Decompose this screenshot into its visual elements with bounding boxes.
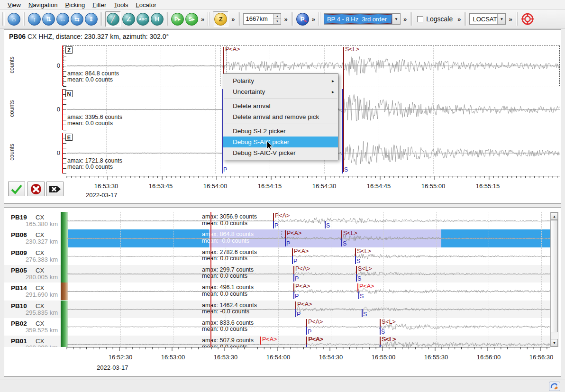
pick-marker-s[interactable] xyxy=(380,327,381,335)
toolbar-overflow-chevron[interactable]: » xyxy=(310,16,317,23)
pick-marker-s[interactable] xyxy=(325,221,326,229)
default-view-icon[interactable]: ⇕ xyxy=(85,13,98,26)
arrival-marker[interactable] xyxy=(355,248,356,256)
time-zoom-out-icon[interactable]: ↔ xyxy=(56,13,69,26)
pick-marker-p[interactable] xyxy=(273,221,274,229)
menu-item-delete-arrival-and-remove-pick[interactable]: Delete arrival and remove pick xyxy=(223,111,338,122)
pick-marker-p[interactable] xyxy=(292,256,293,264)
menu-item-delete-arrival[interactable]: Delete arrival xyxy=(223,100,338,111)
scroll-up-button[interactable]: ▲ xyxy=(551,212,558,220)
menu-item-debug-s-aic-v-picker[interactable]: Debug S-AIC-V picker xyxy=(223,147,338,158)
arrival-marker[interactable] xyxy=(292,248,293,256)
s-arrival-marker[interactable] xyxy=(343,47,344,172)
reject-pick-button[interactable] xyxy=(27,182,45,196)
arrival-marker[interactable] xyxy=(306,319,307,327)
toolbar-overflow-chevron[interactable]: » xyxy=(507,16,514,23)
menubar-item-tools[interactable]: Tools xyxy=(110,0,132,9)
arrival-marker[interactable] xyxy=(380,319,381,327)
pick-uncertainty-left[interactable] xyxy=(220,46,220,86)
arrival-marker[interactable] xyxy=(380,337,381,345)
arrival-marker[interactable] xyxy=(356,266,357,274)
arrival-marker[interactable] xyxy=(341,230,342,238)
vertical-scrollbar[interactable]: ▲ ▼ xyxy=(550,212,558,347)
pick-marker-p[interactable] xyxy=(295,309,296,317)
pick-marker-p[interactable] xyxy=(285,238,286,246)
toolbar-overflow-chevron[interactable]: » xyxy=(456,16,463,23)
logscale-checkbox-group[interactable]: Logscale xyxy=(415,15,455,23)
arrival-marker[interactable] xyxy=(260,337,261,345)
station-row-pb10[interactable]: PB10CX295.835 kmamax: 1462.4 countsmean:… xyxy=(4,301,550,318)
s-pick-marker[interactable] xyxy=(342,89,343,173)
toolbar-overflow-chevron[interactable]: » xyxy=(282,16,289,23)
pick-marker-p[interactable] xyxy=(293,274,294,282)
amplitude-zoom-out-icon[interactable]: ⇅ xyxy=(42,13,55,26)
menu-item-uncertainty[interactable]: Uncertainty▸ xyxy=(223,86,338,97)
menu-item-debug-s-l2-picker[interactable]: Debug S-L2 picker xyxy=(223,126,338,137)
menubar-item-view[interactable]: View xyxy=(4,0,25,9)
amplitude-zoom-in-icon[interactable]: ↕ xyxy=(28,13,41,26)
menu-item-debug-s-aic-picker[interactable]: Debug S-AIC picker xyxy=(223,137,338,147)
station-row-pb09[interactable]: PB09CX276.383 kmamax: 2782.6 countsmean:… xyxy=(4,247,550,265)
ruler-picker-icon[interactable]: ╱ xyxy=(107,13,119,26)
connection-status-icon[interactable] xyxy=(549,382,560,391)
pick-marker-s[interactable] xyxy=(356,274,357,282)
arrival-marker[interactable] xyxy=(306,337,307,345)
time-zoom-in-icon[interactable]: ⇆ xyxy=(71,13,83,26)
menubar-item-picking[interactable]: Picking xyxy=(61,0,89,9)
menu-separator xyxy=(224,99,337,99)
y-axis-title: counts xyxy=(9,94,15,123)
chevron-down-icon[interactable]: ▼ xyxy=(497,14,505,24)
amplitude-measure-icon[interactable]: H xyxy=(151,13,164,26)
relocate-target-icon[interactable] xyxy=(521,12,534,26)
zoom-span-spin-buttons[interactable]: ▲▼ xyxy=(273,14,281,24)
spin-down-icon[interactable]: ▼ xyxy=(273,19,281,24)
filter-select[interactable]: BP 4 - 8 Hz 3rd order▼ xyxy=(324,13,401,25)
arrival-marker[interactable] xyxy=(293,283,294,292)
arrival-marker[interactable] xyxy=(285,230,286,238)
s-arrival-label: S<L> xyxy=(345,46,359,53)
pick-marker-p[interactable] xyxy=(306,327,307,335)
toolbar-overflow-chevron[interactable]: » xyxy=(199,16,206,23)
scroll-thumb[interactable] xyxy=(551,220,558,332)
chevron-down-icon[interactable]: ▼ xyxy=(392,14,400,24)
arrival-marker[interactable] xyxy=(273,213,274,221)
station-list-panel[interactable]: PB19CX165.380 kmamax: 3056.9 countsmean:… xyxy=(4,207,561,377)
station-row-pb14[interactable]: PB14CX291.690 kmamax: 496.1 countsmean: … xyxy=(4,283,550,300)
menubar-item-locator[interactable]: Locator xyxy=(132,0,160,9)
angle-tool-icon[interactable]: ∠ xyxy=(122,13,135,26)
spin-up-icon[interactable]: ▲ xyxy=(273,14,281,19)
station-row-pb06[interactable]: PB06CX230.327 kmamax: 864.8 countsmean: … xyxy=(4,229,550,247)
pick-marker-s[interactable] xyxy=(358,292,359,300)
pick-p-phase-icon[interactable]: P▸ xyxy=(171,13,184,26)
annotation-tool-icon[interactable]: ABC xyxy=(137,13,149,26)
station-rows-viewport[interactable]: PB19CX165.380 kmamax: 3056.9 countsmean:… xyxy=(4,212,550,347)
confirm-pick-button[interactable] xyxy=(8,182,25,196)
pick-marker-s[interactable] xyxy=(362,309,363,317)
toolbar-overflow-chevron[interactable]: » xyxy=(229,16,237,23)
pick-marker-s[interactable] xyxy=(341,238,342,246)
grid-line xyxy=(383,212,384,347)
arrival-marker[interactable] xyxy=(295,301,296,310)
menubar-item-filter[interactable]: Filter xyxy=(89,0,110,9)
station-row-pb05[interactable]: PB05CX280.005 kmamax: 299.7 countsmean: … xyxy=(4,265,550,283)
arrival-marker[interactable] xyxy=(357,283,358,292)
home-icon[interactable]: ⌂ xyxy=(8,13,20,26)
locator-select[interactable]: LOCSAT▼ xyxy=(469,13,506,25)
pick-marker-s[interactable] xyxy=(355,256,356,264)
component-z-icon[interactable]: Z xyxy=(214,13,227,26)
station-row-pb02[interactable]: PB02CX359.525 kmamax: 833.6 countsmean: … xyxy=(4,318,550,336)
menubar-item-navigation[interactable]: Navigation xyxy=(25,0,61,9)
logscale-checkbox[interactable] xyxy=(417,16,423,22)
toolbar-group: ⌂ xyxy=(8,13,20,26)
arrival-marker[interactable] xyxy=(293,266,294,274)
skip-station-button[interactable] xyxy=(46,182,64,196)
pick-s-phase-icon[interactable]: S▸ xyxy=(185,13,198,26)
toolbar-overflow-chevron[interactable]: » xyxy=(401,16,409,23)
station-row-pb19[interactable]: PB19CX165.380 kmamax: 3056.9 countsmean:… xyxy=(4,212,550,229)
scroll-down-button[interactable]: ▼ xyxy=(551,339,558,346)
pick-marker-p[interactable] xyxy=(293,292,294,300)
picker-p-wave-icon[interactable]: P∿ xyxy=(296,13,309,26)
menu-item-polarity[interactable]: Polarity▸ xyxy=(223,75,338,86)
station-row-pb01[interactable]: PB01CX360.399 kmamax: 507.9 countsmean: … xyxy=(4,336,550,347)
zoom-span-spinbox[interactable]: 1667km▲▼ xyxy=(243,13,281,25)
